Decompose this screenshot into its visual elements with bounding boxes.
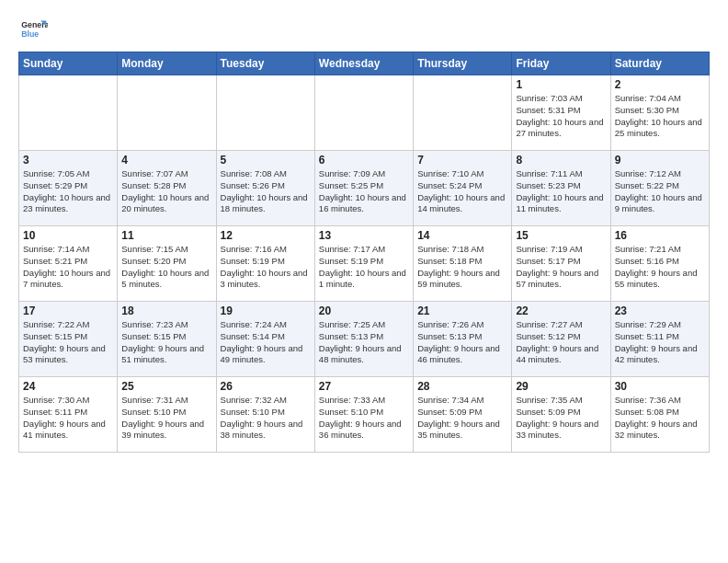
calendar-week-3: 10Sunrise: 7:14 AMSunset: 5:21 PMDayligh… [19,226,710,302]
day-info: Sunrise: 7:36 AMSunset: 5:08 PMDaylight:… [615,395,705,442]
day-info: Sunrise: 7:07 AMSunset: 5:28 PMDaylight:… [121,168,211,215]
day-number: 5 [221,154,311,167]
day-info: Sunrise: 7:35 AMSunset: 5:09 PMDaylight:… [516,395,606,442]
day-number: 25 [121,380,211,393]
calendar-cell: 19Sunrise: 7:24 AMSunset: 5:14 PMDayligh… [216,302,314,377]
day-number: 12 [221,229,311,242]
calendar-cell: 3Sunrise: 7:05 AMSunset: 5:29 PMDaylight… [19,151,118,226]
calendar-cell: 27Sunrise: 7:33 AMSunset: 5:10 PMDayligh… [314,377,413,453]
day-info: Sunrise: 7:34 AMSunset: 5:09 PMDaylight:… [417,395,507,442]
header-monday: Monday [118,52,216,75]
day-info: Sunrise: 7:16 AMSunset: 5:19 PMDaylight:… [221,244,311,291]
day-info: Sunrise: 7:12 AMSunset: 5:22 PMDaylight:… [615,168,705,215]
day-info: Sunrise: 7:11 AMSunset: 5:23 PMDaylight:… [516,168,606,215]
day-info: Sunrise: 7:33 AMSunset: 5:10 PMDaylight:… [319,395,409,442]
calendar-cell [19,75,118,151]
day-info: Sunrise: 7:04 AMSunset: 5:30 PMDaylight:… [615,93,705,140]
calendar-week-5: 24Sunrise: 7:30 AMSunset: 5:11 PMDayligh… [19,377,710,453]
calendar-cell: 22Sunrise: 7:27 AMSunset: 5:12 PMDayligh… [512,302,610,377]
day-info: Sunrise: 7:21 AMSunset: 5:16 PMDaylight:… [615,244,705,291]
calendar-week-4: 17Sunrise: 7:22 AMSunset: 5:15 PMDayligh… [19,302,710,377]
day-number: 28 [417,380,507,393]
header-saturday: Saturday [610,52,709,75]
calendar-cell: 25Sunrise: 7:31 AMSunset: 5:10 PMDayligh… [118,377,216,453]
day-info: Sunrise: 7:18 AMSunset: 5:18 PMDaylight:… [417,244,507,291]
calendar-cell: 24Sunrise: 7:30 AMSunset: 5:11 PMDayligh… [19,377,118,453]
day-number: 17 [23,304,113,317]
day-number: 29 [516,380,606,393]
calendar-cell: 16Sunrise: 7:21 AMSunset: 5:16 PMDayligh… [610,226,709,302]
day-number: 19 [221,304,311,317]
calendar-cell: 15Sunrise: 7:19 AMSunset: 5:17 PMDayligh… [512,226,610,302]
day-number: 15 [516,229,606,242]
day-number: 1 [516,78,606,91]
calendar-cell [414,75,512,151]
calendar-cell: 4Sunrise: 7:07 AMSunset: 5:28 PMDaylight… [118,151,216,226]
page: General Blue Sunday Monday Tuesday Wedne… [0,0,728,563]
header-friday: Friday [512,52,610,75]
day-info: Sunrise: 7:05 AMSunset: 5:29 PMDaylight:… [23,168,113,215]
header: General Blue [18,15,710,44]
day-info: Sunrise: 7:25 AMSunset: 5:13 PMDaylight:… [319,319,409,366]
day-number: 27 [319,380,409,393]
day-info: Sunrise: 7:24 AMSunset: 5:14 PMDaylight:… [221,319,311,366]
day-number: 9 [615,154,705,167]
day-info: Sunrise: 7:08 AMSunset: 5:26 PMDaylight:… [221,168,311,215]
calendar-cell: 26Sunrise: 7:32 AMSunset: 5:10 PMDayligh… [216,377,314,453]
day-info: Sunrise: 7:26 AMSunset: 5:13 PMDaylight:… [417,319,507,366]
calendar-cell: 18Sunrise: 7:23 AMSunset: 5:15 PMDayligh… [118,302,216,377]
calendar-cell: 28Sunrise: 7:34 AMSunset: 5:09 PMDayligh… [414,377,512,453]
day-info: Sunrise: 7:19 AMSunset: 5:17 PMDaylight:… [516,244,606,291]
calendar-header-row: Sunday Monday Tuesday Wednesday Thursday… [19,52,710,75]
logo-icon: General Blue [18,15,48,44]
day-number: 3 [23,154,113,167]
day-number: 8 [516,154,606,167]
day-number: 16 [615,229,705,242]
calendar-cell: 13Sunrise: 7:17 AMSunset: 5:19 PMDayligh… [314,226,413,302]
calendar-cell: 20Sunrise: 7:25 AMSunset: 5:13 PMDayligh… [314,302,413,377]
day-info: Sunrise: 7:27 AMSunset: 5:12 PMDaylight:… [516,319,606,366]
day-number: 18 [121,304,211,317]
day-number: 13 [319,229,409,242]
day-info: Sunrise: 7:31 AMSunset: 5:10 PMDaylight:… [121,395,211,442]
day-number: 7 [417,154,507,167]
day-number: 26 [221,380,311,393]
calendar-cell: 7Sunrise: 7:10 AMSunset: 5:24 PMDaylight… [414,151,512,226]
calendar-cell [314,75,413,151]
header-thursday: Thursday [414,52,512,75]
calendar-table: Sunday Monday Tuesday Wednesday Thursday… [18,52,710,453]
day-number: 22 [516,304,606,317]
calendar-cell: 11Sunrise: 7:15 AMSunset: 5:20 PMDayligh… [118,226,216,302]
day-number: 30 [615,380,705,393]
day-info: Sunrise: 7:29 AMSunset: 5:11 PMDaylight:… [615,319,705,366]
logo: General Blue [18,15,51,44]
day-number: 4 [121,154,211,167]
calendar-cell: 12Sunrise: 7:16 AMSunset: 5:19 PMDayligh… [216,226,314,302]
calendar-cell: 14Sunrise: 7:18 AMSunset: 5:18 PMDayligh… [414,226,512,302]
calendar-cell: 23Sunrise: 7:29 AMSunset: 5:11 PMDayligh… [610,302,709,377]
calendar-cell: 1Sunrise: 7:03 AMSunset: 5:31 PMDaylight… [512,75,610,151]
day-info: Sunrise: 7:23 AMSunset: 5:15 PMDaylight:… [121,319,211,366]
calendar-cell [216,75,314,151]
day-number: 20 [319,304,409,317]
day-info: Sunrise: 7:09 AMSunset: 5:25 PMDaylight:… [319,168,409,215]
day-info: Sunrise: 7:15 AMSunset: 5:20 PMDaylight:… [121,244,211,291]
day-number: 24 [23,380,113,393]
day-info: Sunrise: 7:03 AMSunset: 5:31 PMDaylight:… [516,93,606,140]
calendar-cell: 10Sunrise: 7:14 AMSunset: 5:21 PMDayligh… [19,226,118,302]
day-number: 21 [417,304,507,317]
calendar-week-2: 3Sunrise: 7:05 AMSunset: 5:29 PMDaylight… [19,151,710,226]
day-number: 10 [23,229,113,242]
day-info: Sunrise: 7:14 AMSunset: 5:21 PMDaylight:… [23,244,113,291]
calendar-cell: 17Sunrise: 7:22 AMSunset: 5:15 PMDayligh… [19,302,118,377]
header-sunday: Sunday [19,52,118,75]
calendar-cell: 2Sunrise: 7:04 AMSunset: 5:30 PMDaylight… [610,75,709,151]
day-info: Sunrise: 7:32 AMSunset: 5:10 PMDaylight:… [221,395,311,442]
calendar-cell: 29Sunrise: 7:35 AMSunset: 5:09 PMDayligh… [512,377,610,453]
calendar-week-1: 1Sunrise: 7:03 AMSunset: 5:31 PMDaylight… [19,75,710,151]
svg-text:Blue: Blue [21,29,39,39]
day-number: 6 [319,154,409,167]
calendar-cell: 9Sunrise: 7:12 AMSunset: 5:22 PMDaylight… [610,151,709,226]
day-info: Sunrise: 7:17 AMSunset: 5:19 PMDaylight:… [319,244,409,291]
day-info: Sunrise: 7:22 AMSunset: 5:15 PMDaylight:… [23,319,113,366]
